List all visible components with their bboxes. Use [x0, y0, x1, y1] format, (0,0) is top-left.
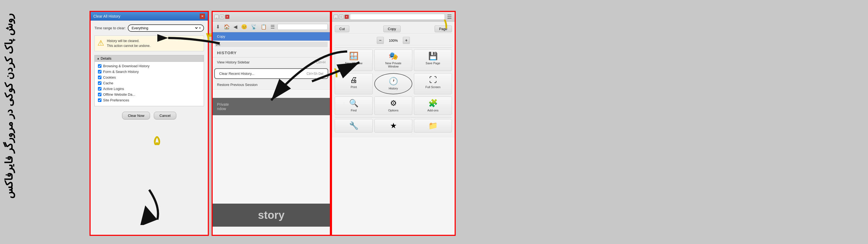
percentage-value: 0% [216, 43, 220, 46]
addons-item[interactable]: 🧩 Add-ons [414, 96, 452, 115]
view-history-sidebar-item[interactable]: View History Sidebar Ctrl+H [213, 58, 330, 67]
history-bottom-label: story [213, 204, 330, 227]
address-bar-3[interactable] [350, 14, 445, 20]
history-icon: 🕐 [389, 78, 398, 85]
details-section: ▲ Details Browsing & Download History Fo… [94, 55, 204, 106]
toolbar-download-icon[interactable]: ⬇ [215, 23, 221, 30]
history-item[interactable]: 🕐 History [374, 73, 412, 94]
close-btn-3[interactable]: ✕ [344, 14, 349, 19]
checkbox-active-logins[interactable]: Active Logins [98, 87, 200, 91]
toolbar-emoji-icon[interactable]: 😊 [240, 23, 248, 30]
dialog-title: Clear All History [93, 14, 120, 19]
cut-copy-page-row: Cut Copy Page [335, 24, 452, 34]
window-label: ndow [217, 106, 326, 111]
checkbox-cookies[interactable]: Cookies [98, 75, 200, 80]
bookmarks-icon: ★ [390, 122, 397, 130]
browser-chrome-2: _ □ ✕ [213, 12, 330, 22]
clear-now-button[interactable]: Clear Now [122, 112, 150, 120]
maximize-btn[interactable]: □ [220, 14, 224, 19]
clear-recent-history-item[interactable]: Clear Recent History... Ctrl+Sh Del [214, 68, 328, 79]
warning-line1: History will be cleared. [107, 38, 151, 43]
dialog-close-button[interactable]: ✕ [199, 13, 205, 19]
new-private-window-item[interactable]: 🎭 New PrivateWindow [374, 49, 412, 71]
find-label: Find [351, 109, 356, 112]
toolbar-home-icon[interactable]: 🏠 [223, 23, 231, 30]
toolbar-menu-icon[interactable]: ☰ [269, 23, 276, 30]
maximize-btn-3[interactable]: □ [339, 14, 343, 19]
zoom-in-button[interactable]: + [403, 37, 410, 44]
copy-button[interactable]: Copy [383, 26, 401, 32]
fullscreen-label: Full Screen [425, 85, 440, 89]
options-item[interactable]: ⚙ Options [374, 96, 412, 115]
new-private-window-label: New PrivateWindow [385, 62, 401, 68]
bookmarks-item[interactable]: ★ [374, 119, 412, 132]
find-icon: 🔍 [349, 99, 359, 107]
checkbox-form[interactable]: Form & Search History [98, 70, 200, 74]
checkbox-site-pref[interactable]: Site Preferences [98, 98, 200, 102]
menu-grid-row1: 🪟 New Window 🎭 New PrivateWindow 💾 Save … [335, 49, 452, 71]
addons-icon: 🧩 [428, 99, 438, 107]
details-arrow-icon: ▲ [97, 57, 99, 60]
checkbox-offline[interactable]: Offline Website Da... [98, 92, 200, 96]
warning-icon: ⚠ [97, 38, 104, 48]
toolbar-rss-icon[interactable]: 📡 [250, 23, 258, 30]
developer-item[interactable]: 🔧 [335, 119, 373, 132]
dialog-body: Time range to clear: Everything Last Hou… [91, 21, 208, 123]
toolbar-clipboard-icon[interactable]: 📋 [259, 23, 268, 30]
cut-button[interactable]: Cut [335, 26, 349, 32]
zoom-row: − 100% + [335, 36, 452, 45]
clear-recent-history-wrapper: Clear Recent History... Ctrl+Sh Del [213, 68, 330, 79]
annotation-5: ۵ [153, 133, 160, 148]
browser-chrome-3: _ □ ✕ ☰ [332, 12, 455, 22]
view-history-sidebar-shortcut: Ctrl+H [316, 60, 326, 64]
developer-icon: 🔧 [349, 122, 359, 130]
browser-toolbar-2: ⬇ 🏠 ◀ 😊 📡 📋 ☰ [213, 22, 330, 32]
downloads-item[interactable]: 📁 [414, 119, 452, 132]
copy-menu-item[interactable]: Copy [213, 32, 330, 41]
checkbox-browsing[interactable]: Browsing & Download History [98, 64, 200, 68]
view-history-sidebar-label: View History Sidebar [217, 60, 250, 64]
menu-grid-row3: 🔍 Find ⚙ Options 🧩 Add-ons [335, 96, 452, 115]
new-window-icon: 🪟 [349, 52, 359, 60]
new-window-label: New Window [345, 62, 362, 65]
checkbox-cache[interactable]: Cache [98, 81, 200, 85]
save-page-icon: 💾 [428, 52, 438, 60]
new-private-window-icon: 🎭 [389, 52, 398, 60]
find-item[interactable]: 🔍 Find [335, 96, 373, 115]
annotation-2: ۲ [334, 65, 341, 80]
options-icon: ⚙ [390, 99, 397, 107]
time-range-row: Time range to clear: Everything Last Hou… [94, 24, 204, 32]
firefox-app-menu-panel: _ □ ✕ ☰ Cut Copy Page − 100% + 🪟 New Win… [331, 11, 456, 236]
warning-line2: This action cannot be undone. [107, 43, 151, 48]
address-bar-2[interactable] [278, 24, 328, 30]
addons-label: Add-ons [428, 109, 439, 112]
percentage-bar: 0% [215, 42, 328, 47]
options-label: Options [388, 109, 399, 112]
clear-recent-history-shortcut: Ctrl+Sh Del [307, 72, 323, 75]
minimize-btn-3[interactable]: _ [334, 14, 338, 19]
history-menu: History View History Sidebar Ctrl+H Clea… [213, 48, 330, 90]
warning-box: ⚠ History will be cleared. This action c… [94, 35, 204, 51]
fullscreen-item[interactable]: ⛶ Full Screen [414, 73, 452, 94]
time-range-label: Time range to clear: [94, 26, 126, 30]
cancel-button[interactable]: Cancel [154, 112, 176, 120]
select-arrow-icon: ▼ [198, 27, 201, 30]
time-range-select-wrapper[interactable]: Everything Last Hour Last Two Hours Last… [128, 24, 204, 32]
save-page-item[interactable]: 💾 Save Page [414, 49, 452, 71]
checkbox-list: Browsing & Download History Form & Searc… [94, 62, 204, 106]
save-page-label: Save Page [426, 62, 440, 65]
persian-title: روش پاک کردن کوکی در مرورگر فایرفاکس [3, 13, 15, 199]
zoom-out-button[interactable]: − [377, 37, 384, 44]
fullscreen-icon: ⛶ [429, 76, 437, 84]
details-label: Details [101, 56, 112, 60]
time-range-select[interactable]: Everything Last Hour Last Two Hours Last… [130, 26, 198, 30]
details-header[interactable]: ▲ Details [94, 55, 204, 62]
restore-previous-session-item[interactable]: Restore Previous Session [213, 80, 330, 90]
toolbar-back-icon[interactable]: ◀ [232, 23, 239, 30]
clear-history-dialog: Clear All History ✕ Time range to clear:… [90, 11, 209, 236]
dialog-buttons: Clear Now Cancel [94, 112, 204, 120]
minimize-btn[interactable]: _ [214, 14, 219, 19]
downloads-icon: 📁 [428, 122, 438, 130]
close-btn[interactable]: ✕ [225, 14, 229, 19]
menu-grid-row2: 🖨 Print 🕐 History ⛶ Full Screen [335, 73, 452, 94]
